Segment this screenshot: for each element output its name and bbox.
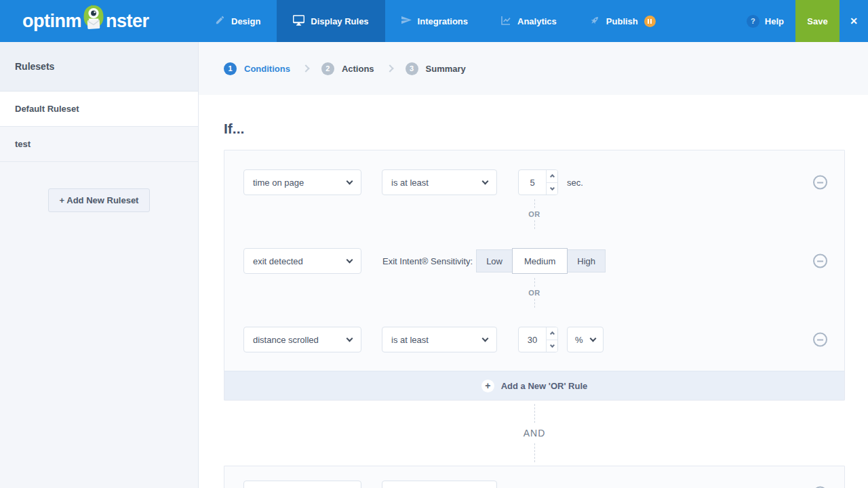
nav-item-publish[interactable]: Publish xyxy=(573,0,672,42)
nav-item-label: Publish xyxy=(606,16,638,26)
sensitivity-high-button[interactable]: High xyxy=(567,249,606,272)
rule-group-card: current URL path is any page xyxy=(224,466,845,488)
ruleset-item-test[interactable]: test xyxy=(0,127,198,162)
help-label: Help xyxy=(765,16,784,26)
step-number-badge: 1 xyxy=(224,62,237,75)
ruleset-label: Default Ruleset xyxy=(15,104,79,114)
step-summary[interactable]: 3 Summary xyxy=(406,62,466,75)
remove-rule-icon[interactable] xyxy=(813,176,827,190)
nav-item-display-rules[interactable]: Display Rules xyxy=(277,0,384,42)
if-heading: If... xyxy=(224,121,868,137)
unit-select[interactable]: % xyxy=(567,327,604,352)
help-icon: ? xyxy=(747,15,760,28)
nav-item-integrations[interactable]: Integrations xyxy=(385,0,484,42)
chevron-down-icon xyxy=(549,186,554,190)
rule-operator-select[interactable]: is at least xyxy=(382,169,497,195)
chevron-down-icon xyxy=(482,335,489,342)
dashed-line xyxy=(534,199,535,208)
chevron-up-icon xyxy=(549,174,554,179)
step-actions[interactable]: 2 Actions xyxy=(321,62,374,75)
top-navbar: optinm nster Design xyxy=(0,0,868,42)
ruleset-item-default[interactable]: Default Ruleset xyxy=(0,92,198,127)
analytics-chart-icon xyxy=(500,15,511,28)
or-connector: OR xyxy=(224,278,844,308)
add-or-rule-label: Add a New 'OR' Rule xyxy=(501,381,588,391)
display-rules-content: 1 Conditions 2 Actions 3 Summary If... t… xyxy=(199,42,868,488)
rocket-icon xyxy=(589,15,600,28)
decrement-button[interactable] xyxy=(547,182,557,195)
rule-row-current-url-path: current URL path is any page xyxy=(224,481,844,488)
rule-value-input-group xyxy=(518,169,558,195)
nav-item-label: Integrations xyxy=(418,16,468,26)
or-label: OR xyxy=(528,210,540,218)
rule-operator-select[interactable]: is at least xyxy=(382,327,497,352)
rule-value-input[interactable] xyxy=(519,327,546,352)
sensitivity-low-button[interactable]: Low xyxy=(476,249,513,272)
step-conditions[interactable]: 1 Conditions xyxy=(224,62,290,75)
step-separator-icon xyxy=(386,64,393,72)
dashed-line xyxy=(534,299,535,308)
monster-logo-icon xyxy=(81,7,106,35)
select-value: % xyxy=(575,335,583,345)
or-label: OR xyxy=(528,289,540,297)
step-separator-icon xyxy=(302,64,309,72)
step-number-badge: 2 xyxy=(321,62,334,75)
select-value: is at least xyxy=(391,178,429,188)
add-or-rule-button[interactable]: + Add a New 'OR' Rule xyxy=(224,371,844,400)
sidebar-title: Rulesets xyxy=(0,42,198,92)
rule-value-input[interactable] xyxy=(519,170,546,195)
help-button[interactable]: ? Help xyxy=(747,0,784,42)
sensitivity-medium-button[interactable]: Medium xyxy=(512,248,568,274)
chevron-down-icon xyxy=(347,335,353,342)
step-label: Actions xyxy=(342,64,374,74)
rule-row-exit-detected: exit detected Exit Intent® Sensitivity: … xyxy=(224,248,844,274)
and-label: AND xyxy=(524,428,546,439)
app-logo[interactable]: optinm nster xyxy=(0,0,182,42)
increment-button[interactable] xyxy=(547,327,557,340)
add-new-ruleset-label: Add New Ruleset xyxy=(66,195,138,205)
rule-group-card: time on page is at least sec. OR xyxy=(224,150,845,401)
or-connector: OR xyxy=(224,199,844,229)
nav-item-analytics[interactable]: Analytics xyxy=(484,0,573,42)
chevron-down-icon xyxy=(347,256,353,263)
decrement-button[interactable] xyxy=(547,340,557,352)
rule-operator-select[interactable]: is any page xyxy=(382,481,497,488)
rule-field-select[interactable]: current URL path xyxy=(243,481,361,488)
pencil-icon xyxy=(215,15,225,27)
remove-rule-icon[interactable] xyxy=(813,254,827,268)
chevron-down-icon xyxy=(482,178,489,184)
rule-field-select[interactable]: exit detected xyxy=(243,248,361,274)
navbar-right: ? Help Save ✕ xyxy=(747,0,868,42)
paper-plane-icon xyxy=(401,16,412,26)
dashed-line xyxy=(534,220,535,229)
plus-icon: + xyxy=(481,380,494,392)
save-button[interactable]: Save xyxy=(795,0,840,42)
increment-button[interactable] xyxy=(547,170,557,182)
rule-row-distance-scrolled: distance scrolled is at least % xyxy=(224,327,844,352)
rule-value-input-group xyxy=(518,327,558,352)
brand-text-right: nster xyxy=(106,11,149,32)
nav-item-label: Display Rules xyxy=(311,16,368,26)
steps-breadcrumb: 1 Conditions 2 Actions 3 Summary xyxy=(199,42,868,95)
dashed-line xyxy=(534,278,535,287)
sensitivity-label: Exit Intent® Sensitivity: xyxy=(382,256,473,266)
step-label: Summary xyxy=(426,64,466,74)
select-value: time on page xyxy=(253,178,304,188)
close-icon[interactable]: ✕ xyxy=(840,0,868,42)
brand-text-left: optinm xyxy=(22,11,81,32)
chevron-down-icon xyxy=(347,178,353,184)
nav-item-design[interactable]: Design xyxy=(199,0,277,42)
unit-label: sec. xyxy=(567,178,583,188)
number-spinner xyxy=(546,327,557,352)
and-connector: AND xyxy=(224,401,845,466)
select-value: distance scrolled xyxy=(253,335,319,345)
sensitivity-button-group: Low Medium High xyxy=(477,248,606,274)
nav-item-label: Analytics xyxy=(517,16,557,26)
monitor-icon xyxy=(293,15,304,28)
select-value: is at least xyxy=(391,335,429,345)
ruleset-label: test xyxy=(15,139,31,149)
add-new-ruleset-button[interactable]: + Add New Ruleset xyxy=(48,188,151,212)
rule-field-select[interactable]: time on page xyxy=(243,169,361,195)
remove-rule-icon[interactable] xyxy=(813,333,827,347)
rule-field-select[interactable]: distance scrolled xyxy=(243,327,361,352)
